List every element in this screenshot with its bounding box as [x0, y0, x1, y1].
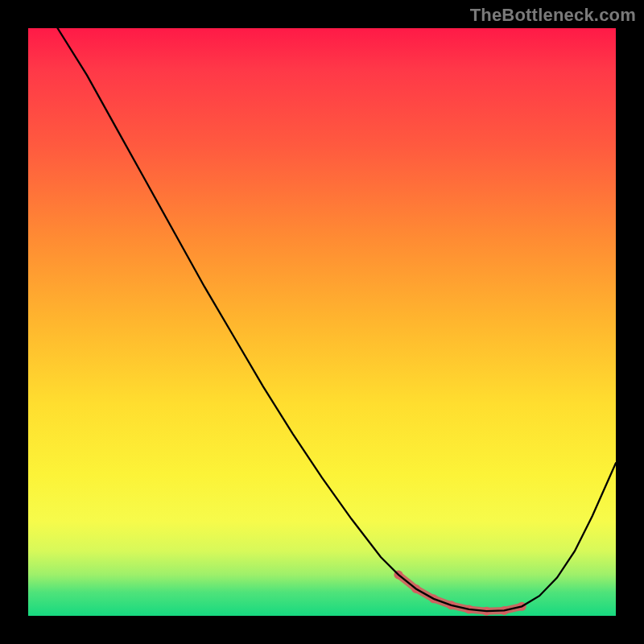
chart-stage: TheBottleneck.com — [0, 0, 644, 644]
plot-area — [28, 28, 616, 616]
curve-line — [58, 28, 617, 611]
watermark-text: TheBottleneck.com — [470, 5, 636, 26]
curve-svg — [28, 28, 616, 616]
